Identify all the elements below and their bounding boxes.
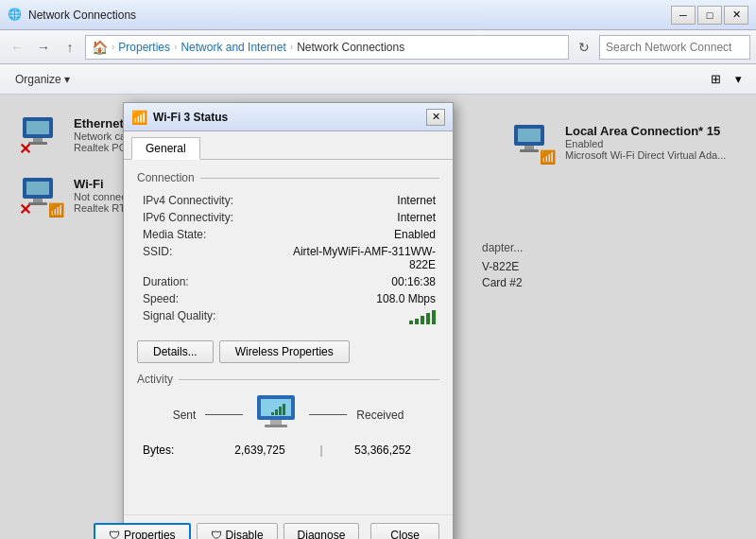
breadcrumb-home-icon: 🏠 bbox=[92, 40, 108, 55]
ipv4-row: IPv4 Connectivity: Internet bbox=[137, 192, 439, 209]
bar-3 bbox=[421, 316, 424, 324]
ssid-label: SSID: bbox=[137, 243, 269, 273]
breadcrumb-sep1: › bbox=[112, 42, 114, 52]
duration-value: 00:16:38 bbox=[269, 273, 439, 290]
organize-button[interactable]: Organize ▾ bbox=[8, 69, 77, 90]
activity-heading: Activity bbox=[137, 373, 439, 386]
tab-general[interactable]: General bbox=[131, 137, 200, 160]
ipv6-value: Internet bbox=[269, 209, 439, 226]
organize-label: Organize bbox=[15, 73, 61, 86]
speed-value: 108.0 Mbps bbox=[269, 290, 439, 307]
diagnose-button[interactable]: Diagnose bbox=[284, 523, 360, 539]
forward-button[interactable]: → bbox=[32, 36, 55, 59]
view-buttons: ⊞ ▾ bbox=[705, 69, 748, 90]
ipv6-row: IPv6 Connectivity: Internet bbox=[137, 209, 439, 226]
ipv4-label: IPv4 Connectivity: bbox=[137, 192, 269, 209]
ipv4-value: Internet bbox=[269, 192, 439, 209]
media-state-value: Enabled bbox=[269, 226, 439, 243]
modal-body: Connection IPv4 Connectivity: Internet I… bbox=[124, 160, 453, 517]
received-label: Received bbox=[356, 409, 404, 422]
modal-close-button[interactable]: ✕ bbox=[426, 109, 445, 126]
window-title: Network Connections bbox=[28, 9, 671, 22]
duration-row: Duration: 00:16:38 bbox=[137, 273, 439, 290]
speed-row: Speed: 108.0 Mbps bbox=[137, 290, 439, 307]
sent-label: Sent bbox=[173, 409, 197, 422]
signal-label: Signal Quality: bbox=[137, 307, 269, 329]
activity-monitor bbox=[252, 393, 300, 433]
bytes-row: Bytes: 2,639,725 | 53,366,252 bbox=[137, 443, 439, 457]
media-state-row: Media State: Enabled bbox=[137, 226, 439, 243]
breadcrumb-sep2: › bbox=[174, 42, 177, 52]
minimize-button[interactable]: ─ bbox=[671, 6, 696, 25]
maximize-button[interactable]: □ bbox=[697, 6, 722, 25]
breadcrumb-network-connections: Network Connections bbox=[297, 41, 404, 54]
modal-footer: 🛡 Properties 🛡 Disable Diagnose Close bbox=[124, 514, 453, 539]
modal-title-text: Wi-Fi 3 Status bbox=[153, 111, 426, 124]
view-button-1[interactable]: ⊞ bbox=[705, 69, 726, 90]
properties-shield-icon: 🛡 bbox=[109, 529, 120, 539]
bar-1 bbox=[409, 321, 413, 324]
activity-computer-icon bbox=[252, 393, 300, 436]
signal-bars-cell bbox=[269, 307, 439, 329]
received-line bbox=[309, 414, 347, 415]
modal-overlay: 📶 Wi-Fi 3 Status ✕ General Connection IP… bbox=[0, 95, 756, 539]
bar-5 bbox=[432, 310, 436, 324]
signal-bars bbox=[409, 309, 436, 324]
up-button[interactable]: ↑ bbox=[59, 36, 81, 59]
window-close-button[interactable]: ✕ bbox=[724, 6, 748, 25]
main-content: ✕ Ethernet Network ca... Realtek PCI... … bbox=[0, 95, 756, 539]
wifi-status-dialog: 📶 Wi-Fi 3 Status ✕ General Connection IP… bbox=[123, 102, 454, 539]
window-icon: 🌐 bbox=[8, 8, 23, 23]
svg-rect-17 bbox=[275, 409, 278, 415]
duration-label: Duration: bbox=[137, 273, 269, 290]
diagnose-label: Diagnose bbox=[298, 529, 346, 539]
properties-button[interactable]: 🛡 Properties bbox=[94, 523, 191, 539]
svg-rect-16 bbox=[271, 412, 274, 415]
modal-titlebar: 📶 Wi-Fi 3 Status ✕ bbox=[124, 103, 453, 131]
title-bar: 🌐 Network Connections ─ □ ✕ bbox=[0, 0, 756, 30]
ssid-value: Airtel-MyWiFi-AMF-311WW-822E bbox=[269, 243, 439, 273]
bytes-label: Bytes: bbox=[137, 443, 203, 457]
ipv6-label: IPv6 Connectivity: bbox=[137, 209, 269, 226]
toolbar: Organize ▾ ⊞ ▾ bbox=[0, 64, 756, 95]
svg-rect-19 bbox=[283, 404, 285, 415]
back-button[interactable]: ← bbox=[6, 36, 28, 59]
modal-tabs: General bbox=[124, 131, 453, 160]
breadcrumb: 🏠 › Properties › Network and Internet › … bbox=[85, 35, 569, 60]
close-label: Close bbox=[390, 529, 420, 539]
organize-arrow: ▾ bbox=[64, 73, 70, 86]
media-state-label: Media State: bbox=[137, 226, 269, 243]
svg-rect-18 bbox=[279, 407, 282, 415]
activity-section: Activity Sent bbox=[137, 373, 439, 457]
bar-4 bbox=[426, 313, 430, 324]
disable-shield-icon: 🛡 bbox=[211, 529, 222, 539]
modal-title-icon: 📶 bbox=[131, 110, 147, 125]
speed-label: Speed: bbox=[137, 290, 269, 307]
view-button-2[interactable]: ▾ bbox=[728, 69, 748, 90]
wireless-properties-button[interactable]: Wireless Properties bbox=[219, 340, 350, 363]
bar-2 bbox=[415, 319, 419, 324]
details-button[interactable]: Details... bbox=[137, 340, 214, 363]
svg-rect-15 bbox=[265, 425, 287, 427]
sent-line bbox=[205, 414, 243, 415]
close-button[interactable]: Close bbox=[370, 523, 439, 539]
connection-heading: Connection bbox=[137, 171, 439, 184]
disable-label: Disable bbox=[226, 529, 264, 539]
breadcrumb-sep3: › bbox=[290, 42, 293, 52]
search-input[interactable] bbox=[599, 35, 750, 60]
connection-info-table: IPv4 Connectivity: Internet IPv6 Connect… bbox=[137, 192, 439, 329]
svg-rect-14 bbox=[270, 420, 282, 425]
details-buttons-row: Details... Wireless Properties bbox=[137, 340, 439, 363]
address-bar: ← → ↑ 🏠 › Properties › Network and Inter… bbox=[0, 30, 756, 64]
window-controls: ─ □ ✕ bbox=[671, 6, 748, 25]
ssid-row: SSID: Airtel-MyWiFi-AMF-311WW-822E bbox=[137, 243, 439, 273]
refresh-button[interactable]: ↻ bbox=[573, 36, 595, 59]
breadcrumb-network-internet[interactable]: Network and Internet bbox=[180, 41, 285, 54]
signal-row: Signal Quality: bbox=[137, 307, 439, 329]
bytes-received-value: 53,366,252 bbox=[326, 443, 439, 457]
breadcrumb-control-panel[interactable]: Properties bbox=[118, 41, 170, 54]
bytes-divider: | bbox=[317, 443, 326, 457]
properties-label: Properties bbox=[124, 529, 176, 539]
disable-button[interactable]: 🛡 Disable bbox=[197, 523, 278, 539]
activity-visual: Sent bbox=[137, 393, 439, 436]
